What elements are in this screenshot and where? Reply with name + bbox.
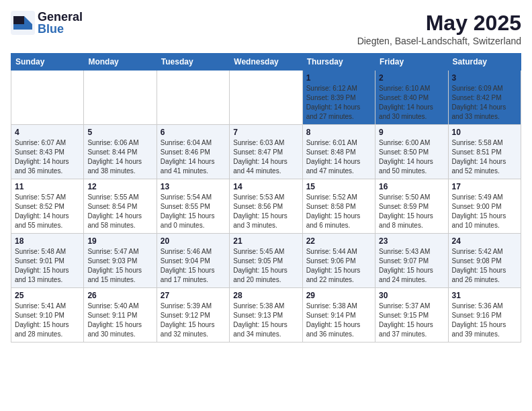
day-header-tuesday: Tuesday xyxy=(157,54,229,71)
day-info: Sunrise: 5:49 AMSunset: 9:00 PMDaylight:… xyxy=(452,193,506,229)
calendar-header-row: SundayMondayTuesdayWednesdayThursdayFrid… xyxy=(11,54,521,71)
day-info: Sunrise: 6:00 AMSunset: 8:50 PMDaylight:… xyxy=(379,139,433,175)
calendar-week-row: 4Sunrise: 6:07 AMSunset: 8:43 PMDaylight… xyxy=(11,125,521,179)
calendar-cell xyxy=(157,71,229,125)
calendar-cell: 5Sunrise: 6:06 AMSunset: 8:44 PMDaylight… xyxy=(84,125,157,179)
calendar-cell: 29Sunrise: 5:38 AMSunset: 9:14 PMDayligh… xyxy=(302,288,375,342)
calendar-cell: 10Sunrise: 5:58 AMSunset: 8:51 PMDayligh… xyxy=(448,125,521,179)
location-subtitle: Diegten, Basel-Landschaft, Switzerland xyxy=(357,36,521,46)
day-number: 12 xyxy=(87,182,152,191)
logo-icon xyxy=(11,11,35,35)
day-info: Sunrise: 6:06 AMSunset: 8:44 PMDaylight:… xyxy=(87,139,142,175)
calendar-cell: 7Sunrise: 6:03 AMSunset: 8:47 PMDaylight… xyxy=(230,125,302,179)
calendar-cell: 6Sunrise: 6:04 AMSunset: 8:46 PMDaylight… xyxy=(157,125,229,179)
logo-blue-text: Blue xyxy=(38,23,83,35)
calendar-cell: 3Sunrise: 6:09 AMSunset: 8:42 PMDaylight… xyxy=(448,71,521,125)
calendar-week-row: 11Sunrise: 5:57 AMSunset: 8:52 PMDayligh… xyxy=(11,179,521,234)
day-number: 27 xyxy=(161,291,226,300)
calendar-cell xyxy=(11,71,84,125)
day-number: 26 xyxy=(87,291,152,300)
day-number: 7 xyxy=(233,128,298,137)
month-title: May 2025 xyxy=(357,11,521,36)
day-header-saturday: Saturday xyxy=(448,54,521,71)
day-number: 11 xyxy=(15,182,80,191)
day-number: 31 xyxy=(452,291,517,300)
day-info: Sunrise: 5:44 AMSunset: 9:06 PMDaylight:… xyxy=(306,248,361,283)
day-info: Sunrise: 6:01 AMSunset: 8:48 PMDaylight:… xyxy=(306,139,361,175)
day-info: Sunrise: 5:38 AMSunset: 9:13 PMDaylight:… xyxy=(233,302,287,338)
day-number: 29 xyxy=(306,291,371,300)
calendar-cell: 9Sunrise: 6:00 AMSunset: 8:50 PMDaylight… xyxy=(375,125,448,179)
calendar-cell: 23Sunrise: 5:43 AMSunset: 9:07 PMDayligh… xyxy=(375,234,448,288)
day-number: 18 xyxy=(15,236,80,246)
day-number: 8 xyxy=(306,128,371,137)
calendar-cell: 13Sunrise: 5:54 AMSunset: 8:55 PMDayligh… xyxy=(157,179,229,234)
svg-rect-3 xyxy=(13,24,32,30)
calendar-cell: 12Sunrise: 5:55 AMSunset: 8:54 PMDayligh… xyxy=(84,179,157,234)
day-info: Sunrise: 5:36 AMSunset: 9:16 PMDaylight:… xyxy=(452,302,506,338)
day-info: Sunrise: 5:41 AMSunset: 9:10 PMDaylight:… xyxy=(15,302,69,338)
calendar-cell: 18Sunrise: 5:48 AMSunset: 9:01 PMDayligh… xyxy=(11,234,84,288)
day-info: Sunrise: 6:03 AMSunset: 8:47 PMDaylight:… xyxy=(233,139,287,175)
day-info: Sunrise: 5:40 AMSunset: 9:11 PMDaylight:… xyxy=(87,302,142,338)
calendar-cell: 4Sunrise: 6:07 AMSunset: 8:43 PMDaylight… xyxy=(11,125,84,179)
calendar-cell: 28Sunrise: 5:38 AMSunset: 9:13 PMDayligh… xyxy=(230,288,302,342)
day-number: 6 xyxy=(161,128,226,137)
day-number: 17 xyxy=(452,182,517,191)
day-number: 16 xyxy=(379,182,444,191)
calendar-cell: 21Sunrise: 5:45 AMSunset: 9:05 PMDayligh… xyxy=(230,234,302,288)
day-header-friday: Friday xyxy=(375,54,448,71)
day-number: 28 xyxy=(233,291,298,300)
day-info: Sunrise: 5:53 AMSunset: 8:56 PMDaylight:… xyxy=(233,193,287,229)
day-header-thursday: Thursday xyxy=(302,54,375,71)
calendar-cell: 19Sunrise: 5:47 AMSunset: 9:03 PMDayligh… xyxy=(84,234,157,288)
svg-rect-2 xyxy=(13,16,24,24)
calendar-cell xyxy=(230,71,302,125)
calendar-cell: 14Sunrise: 5:53 AMSunset: 8:56 PMDayligh… xyxy=(230,179,302,234)
day-number: 20 xyxy=(161,236,226,246)
day-number: 4 xyxy=(15,128,80,137)
calendar-cell: 20Sunrise: 5:46 AMSunset: 9:04 PMDayligh… xyxy=(157,234,229,288)
day-info: Sunrise: 5:45 AMSunset: 9:05 PMDaylight:… xyxy=(233,248,287,283)
calendar-cell: 22Sunrise: 5:44 AMSunset: 9:06 PMDayligh… xyxy=(302,234,375,288)
day-info: Sunrise: 5:54 AMSunset: 8:55 PMDaylight:… xyxy=(161,193,215,229)
day-number: 10 xyxy=(452,128,517,137)
day-header-sunday: Sunday xyxy=(11,54,84,71)
day-number: 25 xyxy=(15,291,80,300)
page-header: General Blue May 2025 Diegten, Basel-Lan… xyxy=(11,11,521,46)
calendar-cell: 11Sunrise: 5:57 AMSunset: 8:52 PMDayligh… xyxy=(11,179,84,234)
calendar-cell: 15Sunrise: 5:52 AMSunset: 8:58 PMDayligh… xyxy=(302,179,375,234)
day-number: 30 xyxy=(379,291,444,300)
calendar-table: SundayMondayTuesdayWednesdayThursdayFrid… xyxy=(11,53,521,342)
calendar-cell: 1Sunrise: 6:12 AMSunset: 8:39 PMDaylight… xyxy=(302,71,375,125)
day-number: 3 xyxy=(452,73,517,83)
day-number: 22 xyxy=(306,236,371,246)
day-info: Sunrise: 5:48 AMSunset: 9:01 PMDaylight:… xyxy=(15,248,69,283)
day-info: Sunrise: 5:55 AMSunset: 8:54 PMDaylight:… xyxy=(87,193,142,229)
logo: General Blue xyxy=(11,11,83,35)
day-number: 9 xyxy=(379,128,444,137)
day-info: Sunrise: 5:42 AMSunset: 9:08 PMDaylight:… xyxy=(452,248,506,283)
day-number: 13 xyxy=(161,182,226,191)
calendar-week-row: 25Sunrise: 5:41 AMSunset: 9:10 PMDayligh… xyxy=(11,288,521,342)
title-area: May 2025 Diegten, Basel-Landschaft, Swit… xyxy=(357,11,521,46)
calendar-week-row: 1Sunrise: 6:12 AMSunset: 8:39 PMDaylight… xyxy=(11,71,521,125)
calendar-cell xyxy=(84,71,157,125)
logo-general-text: General xyxy=(38,11,83,23)
calendar-cell: 17Sunrise: 5:49 AMSunset: 9:00 PMDayligh… xyxy=(448,179,521,234)
calendar-week-row: 18Sunrise: 5:48 AMSunset: 9:01 PMDayligh… xyxy=(11,234,521,288)
calendar-cell: 31Sunrise: 5:36 AMSunset: 9:16 PMDayligh… xyxy=(448,288,521,342)
day-info: Sunrise: 5:50 AMSunset: 8:59 PMDaylight:… xyxy=(379,193,433,229)
day-info: Sunrise: 6:07 AMSunset: 8:43 PMDaylight:… xyxy=(15,139,69,175)
day-info: Sunrise: 5:37 AMSunset: 9:15 PMDaylight:… xyxy=(379,302,433,338)
day-info: Sunrise: 6:04 AMSunset: 8:46 PMDaylight:… xyxy=(161,139,215,175)
day-info: Sunrise: 5:43 AMSunset: 9:07 PMDaylight:… xyxy=(379,248,433,283)
day-info: Sunrise: 5:58 AMSunset: 8:51 PMDaylight:… xyxy=(452,139,506,175)
day-info: Sunrise: 5:46 AMSunset: 9:04 PMDaylight:… xyxy=(161,248,215,283)
day-header-wednesday: Wednesday xyxy=(230,54,302,71)
calendar-cell: 26Sunrise: 5:40 AMSunset: 9:11 PMDayligh… xyxy=(84,288,157,342)
day-info: Sunrise: 6:10 AMSunset: 8:40 PMDaylight:… xyxy=(379,85,433,120)
day-info: Sunrise: 5:57 AMSunset: 8:52 PMDaylight:… xyxy=(15,193,69,229)
day-number: 2 xyxy=(379,73,444,83)
day-number: 21 xyxy=(233,236,298,246)
